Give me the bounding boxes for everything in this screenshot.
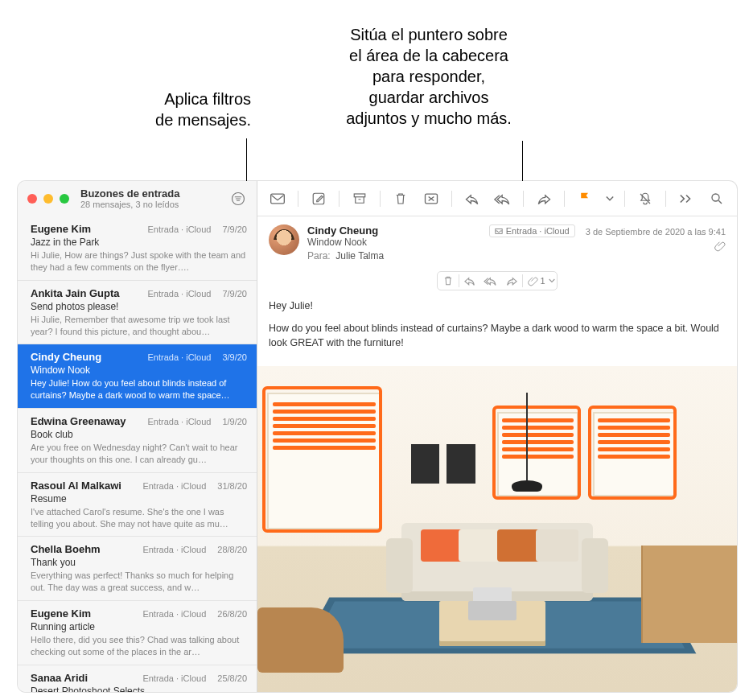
- get-mail-button[interactable]: [265, 187, 290, 210]
- msg-date: 26/8/20: [217, 609, 247, 619]
- hover-forward-button[interactable]: [501, 272, 522, 290]
- compose-button[interactable]: [307, 187, 331, 210]
- minimize-window-button[interactable]: [43, 194, 53, 204]
- search-icon: [710, 191, 724, 206]
- body-greeting: Hey Julie!: [269, 299, 726, 313]
- trash-icon: [442, 275, 454, 286]
- toolbar-divider: [523, 191, 524, 207]
- flag-button[interactable]: [573, 187, 597, 210]
- msg-mailbox: Entrada · iCloud: [148, 352, 212, 362]
- sidebar-header: Buzones de entrada 28 mensajes, 3 no leí…: [18, 181, 257, 216]
- forward-icon: [505, 276, 518, 286]
- attachment-image[interactable]: [257, 366, 737, 692]
- window-controls: [27, 194, 69, 204]
- message-item[interactable]: Eugene KimEntrada · iCloud26/8/20Running…: [18, 601, 257, 665]
- msg-sender: Eugene Kim: [31, 223, 91, 235]
- msg-sender: Cindy Cheung: [31, 351, 101, 363]
- message-item[interactable]: Edwina GreenawayEntrada · iCloud1/9/20Bo…: [18, 409, 257, 473]
- hover-attachments-button[interactable]: 1: [523, 272, 556, 290]
- msg-sender: Sanaa Aridi: [31, 672, 88, 684]
- msg-sender: Ankita Jain Gupta: [31, 287, 120, 299]
- msg-sender: Rasoul Al Malkawi: [31, 480, 121, 492]
- filter-button[interactable]: [228, 188, 249, 209]
- callout-header-hover: Sitúa el puntero sobre el área de la cab…: [304, 24, 554, 129]
- chevrons-right-icon: [679, 194, 693, 204]
- msg-mailbox: Entrada · iCloud: [148, 417, 212, 426]
- msg-preview: Hey Julie! How do you feel about blinds …: [31, 377, 247, 401]
- svg-point-5: [712, 194, 719, 201]
- junk-icon: [423, 191, 439, 206]
- message-item[interactable]: Eugene KimEntrada · iCloud7/9/20Jazz in …: [18, 216, 257, 281]
- search-button[interactable]: [705, 187, 729, 210]
- forward-icon: [536, 192, 552, 205]
- message-item[interactable]: Rasoul Al MalkawiEntrada · iCloud31/8/20…: [18, 473, 257, 537]
- toolbar-divider: [665, 191, 666, 207]
- chevron-down-icon: [549, 278, 555, 283]
- archive-button[interactable]: [348, 187, 372, 210]
- message-item[interactable]: Chella BoehmEntrada · iCloud28/8/20Thank…: [18, 537, 257, 601]
- msg-date: 7/9/20: [222, 224, 247, 234]
- archive-icon: [352, 191, 367, 206]
- message-item[interactable]: Sanaa AridiEntrada · iCloud25/8/20Desert…: [18, 665, 257, 692]
- delete-button[interactable]: [389, 187, 413, 210]
- toolbar-divider: [380, 191, 381, 207]
- hover-delete-button[interactable]: [438, 272, 459, 290]
- hover-reply-all-button[interactable]: [480, 272, 501, 290]
- reader-meta: Entrada · iCloud 3 de Septiembre de 2020…: [489, 224, 726, 237]
- reply-icon: [464, 192, 480, 205]
- mute-button[interactable]: [633, 187, 657, 210]
- msg-preview: I've attached Carol's resume. She's the …: [31, 506, 247, 530]
- hover-reply-button[interactable]: [459, 272, 480, 290]
- msg-subject: Jazz in the Park: [31, 237, 247, 248]
- junk-button[interactable]: [419, 187, 443, 210]
- zoom-window-button[interactable]: [60, 194, 69, 204]
- reader-date: 3 de Septiembre de 2020 a las 9:41: [586, 227, 726, 237]
- msg-mailbox: Entrada · iCloud: [142, 609, 206, 619]
- reader-mailbox-pill[interactable]: Entrada · iCloud: [489, 224, 575, 237]
- msg-preview: Hi Julie, How are things? Just spoke wit…: [31, 249, 247, 274]
- msg-mailbox: Entrada · iCloud: [148, 224, 212, 234]
- envelope-icon: [270, 192, 286, 205]
- callout-filters: Aplica filtros de mensajes.: [98, 89, 251, 130]
- msg-date: 28/8/20: [217, 545, 247, 554]
- msg-date: 25/8/20: [217, 673, 247, 683]
- toolbar-divider: [298, 191, 298, 207]
- msg-subject: Running article: [31, 621, 247, 632]
- msg-subject: Send photos please!: [31, 301, 247, 312]
- msg-subject: Window Nook: [31, 364, 247, 376]
- flag-icon: [578, 191, 591, 206]
- compose-icon: [311, 191, 326, 206]
- forward-button[interactable]: [532, 187, 556, 210]
- msg-subject: Desert Photoshoot Selects: [31, 686, 247, 692]
- msg-mailbox: Entrada · iCloud: [148, 289, 212, 299]
- attach-count: 1: [538, 276, 548, 286]
- reader-to: Para: Julie Talma: [307, 250, 726, 261]
- msg-mailbox: Entrada · iCloud: [142, 481, 206, 491]
- close-window-button[interactable]: [27, 194, 37, 204]
- message-list[interactable]: Eugene KimEntrada · iCloud7/9/20Jazz in …: [18, 216, 257, 692]
- more-button[interactable]: [674, 187, 698, 210]
- reply-button[interactable]: [460, 187, 484, 210]
- avatar: [269, 224, 299, 255]
- inbox-heading: Buzones de entrada 28 mensajes, 3 no leí…: [80, 188, 180, 209]
- msg-sender: Edwina Greenaway: [31, 415, 126, 427]
- reply-all-icon: [484, 276, 498, 286]
- main-pane: Cindy Cheung Window Nook Para: Julie Tal…: [257, 181, 737, 692]
- message-item[interactable]: Cindy CheungEntrada · iCloud3/9/20Window…: [18, 344, 257, 409]
- msg-preview: Hello there, did you see this? Chad was …: [31, 634, 247, 658]
- msg-date: 3/9/20: [222, 352, 247, 362]
- msg-sender: Chella Boehm: [31, 543, 101, 555]
- attachment-indicator: [714, 241, 726, 252]
- flag-menu-button[interactable]: [603, 187, 616, 210]
- sidebar: Buzones de entrada 28 mensajes, 3 no leí…: [18, 181, 257, 692]
- msg-subject: Resume: [31, 493, 247, 504]
- inbox-icon: [495, 227, 503, 235]
- toolbar-divider: [564, 191, 565, 207]
- bell-slash-icon: [638, 191, 652, 206]
- reply-all-button[interactable]: [491, 187, 515, 210]
- reader-subject: Window Nook: [307, 237, 726, 248]
- msg-preview: Are you free on Wednesday night? Can't w…: [31, 442, 247, 466]
- message-item[interactable]: Ankita Jain GuptaEntrada · iCloud7/9/20S…: [18, 281, 257, 345]
- filter-icon: [231, 191, 245, 206]
- msg-date: 7/9/20: [222, 289, 247, 299]
